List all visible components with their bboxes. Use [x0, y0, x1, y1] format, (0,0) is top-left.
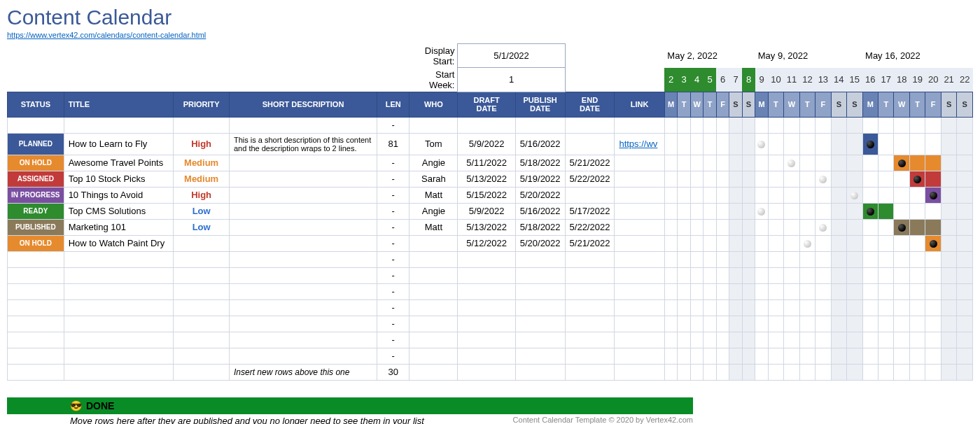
draft-date-cell[interactable] — [458, 267, 515, 283]
title-cell[interactable] — [64, 348, 174, 364]
table-row[interactable]: Insert new rows above this one30 — [8, 364, 973, 380]
end-date-cell[interactable] — [565, 299, 615, 316]
who-cell[interactable] — [410, 117, 458, 133]
who-cell[interactable] — [410, 316, 458, 332]
who-cell[interactable] — [410, 299, 458, 316]
who-cell[interactable]: Matt — [410, 219, 458, 235]
title-cell[interactable] — [64, 316, 174, 332]
title-cell[interactable]: Awesome Travel Points — [64, 155, 174, 171]
priority-cell[interactable] — [174, 267, 230, 283]
publish-date-cell[interactable]: 5/18/2022 — [515, 219, 565, 235]
source-link[interactable]: https://www.vertex42.com/calendars/conte… — [0, 29, 980, 43]
len-cell[interactable]: - — [377, 117, 410, 133]
who-cell[interactable]: Sarah — [410, 171, 458, 187]
link-cell[interactable] — [615, 316, 664, 332]
len-cell[interactable]: - — [377, 187, 410, 203]
draft-date-cell[interactable] — [458, 316, 515, 332]
link-cell[interactable] — [615, 203, 664, 219]
description-cell[interactable] — [229, 267, 377, 283]
priority-cell[interactable]: High — [174, 187, 230, 203]
priority-cell[interactable] — [174, 332, 230, 348]
table-row[interactable]: IN PROGRESS10 Things to AvoidHigh-Matt5/… — [8, 187, 973, 203]
description-cell[interactable] — [229, 332, 377, 348]
description-cell[interactable] — [229, 299, 377, 316]
draft-date-cell[interactable] — [458, 348, 515, 364]
who-cell[interactable] — [410, 364, 458, 380]
publish-date-cell[interactable] — [515, 283, 565, 299]
draft-date-cell[interactable]: 5/9/2022 — [458, 133, 515, 155]
table-row[interactable]: - — [8, 348, 973, 364]
start-week-value[interactable]: 1 — [458, 68, 565, 92]
link-cell[interactable]: https://wv — [615, 133, 664, 155]
description-cell[interactable] — [229, 187, 377, 203]
table-row[interactable]: PLANNEDHow to Learn to FlyHighThis is a … — [8, 133, 973, 155]
table-row[interactable]: READYTop CMS SolutionsLow-Angie5/9/20225… — [8, 203, 973, 219]
title-cell[interactable]: Top 10 Stock Picks — [64, 171, 174, 187]
end-date-cell[interactable] — [565, 332, 615, 348]
end-date-cell[interactable] — [565, 364, 615, 380]
description-cell[interactable]: Insert new rows above this one — [229, 364, 377, 380]
who-cell[interactable] — [410, 267, 458, 283]
link-cell[interactable] — [615, 299, 664, 316]
end-date-cell[interactable]: 5/22/2022 — [565, 219, 615, 235]
len-cell[interactable]: - — [377, 316, 410, 332]
end-date-cell[interactable] — [565, 316, 615, 332]
priority-cell[interactable]: High — [174, 133, 230, 155]
draft-date-cell[interactable] — [458, 364, 515, 380]
who-cell[interactable]: Angie — [410, 203, 458, 219]
description-cell[interactable] — [229, 348, 377, 364]
who-cell[interactable] — [410, 332, 458, 348]
table-row[interactable]: ON HOLDHow to Watch Paint Dry-5/12/20225… — [8, 235, 973, 251]
who-cell[interactable] — [410, 251, 458, 267]
title-cell[interactable] — [64, 299, 174, 316]
publish-date-cell[interactable] — [515, 364, 565, 380]
link-cell[interactable] — [615, 171, 664, 187]
len-cell[interactable]: - — [377, 283, 410, 299]
len-cell[interactable]: - — [377, 219, 410, 235]
publish-date-cell[interactable] — [515, 332, 565, 348]
end-date-cell[interactable] — [565, 117, 615, 133]
table-row[interactable]: - — [8, 283, 973, 299]
link-cell[interactable] — [615, 187, 664, 203]
publish-date-cell[interactable] — [515, 251, 565, 267]
title-cell[interactable] — [64, 267, 174, 283]
len-cell[interactable]: - — [377, 155, 410, 171]
link-cell[interactable] — [615, 267, 664, 283]
description-cell[interactable] — [229, 316, 377, 332]
description-cell[interactable] — [229, 251, 377, 267]
publish-date-cell[interactable] — [515, 348, 565, 364]
priority-cell[interactable]: Low — [174, 219, 230, 235]
title-cell[interactable]: How to Watch Paint Dry — [64, 235, 174, 251]
end-date-cell[interactable] — [565, 348, 615, 364]
title-cell[interactable] — [64, 364, 174, 380]
priority-cell[interactable] — [174, 251, 230, 267]
draft-date-cell[interactable] — [458, 251, 515, 267]
who-cell[interactable]: Tom — [410, 133, 458, 155]
len-cell[interactable]: - — [377, 299, 410, 316]
priority-cell[interactable] — [174, 235, 230, 251]
table-row[interactable]: - — [8, 251, 973, 267]
link-cell[interactable] — [615, 235, 664, 251]
draft-date-cell[interactable]: 5/13/2022 — [458, 171, 515, 187]
table-row[interactable]: - — [8, 267, 973, 283]
publish-date-cell[interactable] — [515, 299, 565, 316]
end-date-cell[interactable]: 5/21/2022 — [565, 235, 615, 251]
table-row[interactable]: ON HOLDAwesome Travel PointsMedium-Angie… — [8, 155, 973, 171]
description-cell[interactable] — [229, 171, 377, 187]
priority-cell[interactable]: Medium — [174, 155, 230, 171]
draft-date-cell[interactable]: 5/11/2022 — [458, 155, 515, 171]
link-cell[interactable] — [615, 219, 664, 235]
table-row[interactable]: - — [8, 299, 973, 316]
title-cell[interactable] — [64, 251, 174, 267]
priority-cell[interactable] — [174, 117, 230, 133]
title-cell[interactable]: Marketing 101 — [64, 219, 174, 235]
publish-date-cell[interactable]: 5/19/2022 — [515, 171, 565, 187]
end-date-cell[interactable]: 5/21/2022 — [565, 155, 615, 171]
end-date-cell[interactable] — [565, 251, 615, 267]
link-cell[interactable] — [615, 364, 664, 380]
len-cell[interactable]: - — [377, 267, 410, 283]
len-cell[interactable]: - — [377, 235, 410, 251]
len-cell[interactable]: - — [377, 171, 410, 187]
end-date-cell[interactable]: 5/17/2022 — [565, 203, 615, 219]
draft-date-cell[interactable] — [458, 299, 515, 316]
